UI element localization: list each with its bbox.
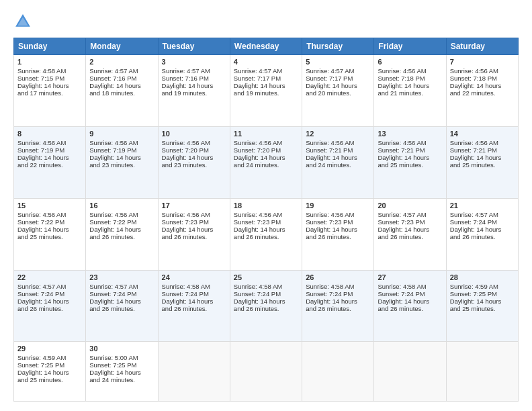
day-info-line: Sunrise: 4:57 AM [162, 67, 226, 75]
day-info-line: Daylight: 14 hours [234, 154, 298, 161]
day-info-line: Daylight: 14 hours [89, 298, 154, 305]
day-info-line: Sunset: 7:17 PM [234, 75, 298, 82]
day-info-line: and 24 minutes. [306, 161, 370, 169]
day-number: 29 [17, 345, 82, 353]
day-info-line: Sunrise: 4:58 AM [306, 283, 370, 290]
calendar-cell: 14Sunrise: 4:56 AMSunset: 7:21 PMDayligh… [446, 126, 518, 198]
day-info-line: Daylight: 14 hours [306, 226, 370, 233]
day-info-line: Sunset: 7:24 PM [306, 290, 370, 298]
day-info-line: Sunrise: 4:57 AM [234, 67, 298, 75]
day-info-line: Sunrise: 4:57 AM [306, 67, 370, 75]
day-info-line: Daylight: 14 hours [378, 298, 442, 305]
day-info-line: Sunrise: 4:57 AM [450, 211, 515, 218]
day-number: 24 [162, 273, 226, 281]
calendar-cell: 8Sunrise: 4:56 AMSunset: 7:19 PMDaylight… [14, 126, 86, 198]
day-info-line: Sunrise: 4:56 AM [450, 67, 515, 75]
day-header-thursday: Thursday [302, 38, 374, 55]
calendar-cell: 3Sunrise: 4:57 AMSunset: 7:16 PMDaylight… [158, 55, 230, 127]
day-info-line: and 24 minutes. [89, 376, 154, 383]
day-number: 16 [89, 201, 154, 210]
calendar-cell: 1Sunrise: 4:58 AMSunset: 7:15 PMDaylight… [14, 55, 86, 127]
day-info-line: Sunrise: 4:56 AM [162, 139, 226, 146]
calendar-cell: 11Sunrise: 4:56 AMSunset: 7:20 PMDayligh… [230, 126, 302, 198]
calendar-cell: 28Sunrise: 4:59 AMSunset: 7:25 PMDayligh… [446, 270, 518, 342]
day-info-line: Sunrise: 4:57 AM [378, 211, 442, 218]
day-info-line: Sunrise: 4:58 AM [17, 67, 82, 75]
day-header-monday: Monday [86, 38, 158, 55]
day-info-line: Sunset: 7:25 PM [17, 361, 82, 369]
day-info-line: Sunset: 7:24 PM [450, 218, 515, 226]
day-info-line: Sunset: 7:20 PM [162, 146, 226, 154]
day-number: 25 [234, 273, 298, 281]
day-info-line: Sunset: 7:19 PM [17, 146, 82, 154]
day-header-tuesday: Tuesday [158, 38, 230, 55]
calendar-cell: 27Sunrise: 4:58 AMSunset: 7:24 PMDayligh… [374, 270, 446, 342]
day-info-line: and 21 minutes. [378, 89, 442, 97]
day-info-line: Sunrise: 4:58 AM [378, 283, 442, 290]
day-number: 5 [306, 58, 370, 66]
day-info-line: and 23 minutes. [89, 161, 154, 169]
day-info-line: Sunset: 7:22 PM [17, 218, 82, 226]
logo-icon [13, 12, 32, 31]
day-info-line: and 26 minutes. [306, 233, 370, 240]
day-info-line: Sunrise: 4:56 AM [89, 211, 154, 218]
calendar-cell: 26Sunrise: 4:58 AMSunset: 7:24 PMDayligh… [302, 270, 374, 342]
calendar-cell: 29Sunrise: 4:59 AMSunset: 7:25 PMDayligh… [14, 342, 86, 402]
day-info-line: Sunset: 7:17 PM [306, 75, 370, 82]
day-info-line: Sunrise: 4:56 AM [306, 211, 370, 218]
day-info-line: and 26 minutes. [378, 233, 442, 240]
day-number: 21 [450, 201, 515, 210]
calendar-cell: 10Sunrise: 4:56 AMSunset: 7:20 PMDayligh… [158, 126, 230, 198]
day-number: 7 [450, 58, 515, 66]
day-info-line: Sunset: 7:24 PM [89, 290, 154, 298]
day-info-line: Daylight: 14 hours [234, 226, 298, 233]
day-info-line: Sunset: 7:16 PM [89, 75, 154, 82]
day-info-line: Daylight: 14 hours [450, 154, 515, 161]
day-info-line: and 24 minutes. [234, 161, 298, 169]
calendar-cell [374, 342, 446, 402]
day-number: 9 [89, 130, 154, 138]
calendar-cell [230, 342, 302, 402]
day-info-line: Daylight: 14 hours [306, 154, 370, 161]
day-info-line: Sunrise: 4:57 AM [89, 283, 154, 290]
calendar-cell: 17Sunrise: 4:56 AMSunset: 7:23 PMDayligh… [158, 198, 230, 270]
day-info-line: and 25 minutes. [17, 233, 82, 240]
day-info-line: and 18 minutes. [89, 89, 154, 97]
calendar-cell [446, 342, 518, 402]
day-info-line: and 26 minutes. [378, 305, 442, 312]
day-info-line: and 26 minutes. [306, 305, 370, 312]
calendar-cell: 13Sunrise: 4:56 AMSunset: 7:21 PMDayligh… [374, 126, 446, 198]
day-info-line: Sunrise: 4:56 AM [234, 139, 298, 146]
day-info-line: Sunset: 7:24 PM [378, 290, 442, 298]
calendar-cell: 7Sunrise: 4:56 AMSunset: 7:18 PMDaylight… [446, 55, 518, 127]
day-info-line: Sunset: 7:24 PM [234, 290, 298, 298]
day-info-line: Sunrise: 4:56 AM [378, 139, 442, 146]
day-number: 19 [306, 201, 370, 210]
day-info-line: Sunrise: 4:56 AM [162, 211, 226, 218]
day-number: 11 [234, 130, 298, 138]
calendar-cell: 19Sunrise: 4:56 AMSunset: 7:23 PMDayligh… [302, 198, 374, 270]
day-info-line: Sunset: 7:23 PM [162, 218, 226, 226]
day-info-line: Sunset: 7:23 PM [306, 218, 370, 226]
day-info-line: Sunset: 7:24 PM [162, 290, 226, 298]
day-info-line: Sunset: 7:18 PM [378, 75, 442, 82]
day-number: 4 [234, 58, 298, 66]
day-info-line: and 23 minutes. [162, 161, 226, 169]
day-header-friday: Friday [374, 38, 446, 55]
day-info-line: Daylight: 14 hours [306, 82, 370, 89]
day-info-line: Daylight: 14 hours [450, 298, 515, 305]
day-info-line: Sunrise: 4:56 AM [450, 139, 515, 146]
day-info-line: and 26 minutes. [234, 233, 298, 240]
day-number: 14 [450, 130, 515, 138]
calendar-cell: 6Sunrise: 4:56 AMSunset: 7:18 PMDaylight… [374, 55, 446, 127]
day-info-line: Daylight: 14 hours [162, 82, 226, 89]
day-info-line: Sunset: 7:21 PM [450, 146, 515, 154]
day-info-line: Sunset: 7:23 PM [234, 218, 298, 226]
day-info-line: Sunrise: 4:56 AM [17, 139, 82, 146]
day-info-line: Daylight: 14 hours [162, 154, 226, 161]
day-number: 30 [89, 345, 154, 353]
day-info-line: Sunset: 7:19 PM [89, 146, 154, 154]
day-info-line: Daylight: 14 hours [89, 369, 154, 376]
calendar-cell: 21Sunrise: 4:57 AMSunset: 7:24 PMDayligh… [446, 198, 518, 270]
day-info-line: Sunset: 7:21 PM [306, 146, 370, 154]
